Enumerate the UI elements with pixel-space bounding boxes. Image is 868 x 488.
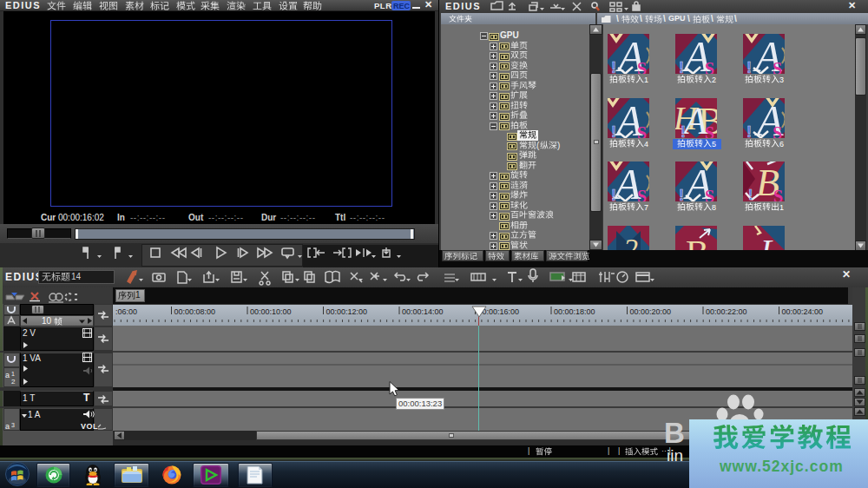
svg-text:00:00:20:00: 00:00:20:00 (630, 307, 672, 316)
svg-text:S: S (773, 59, 782, 74)
svg-text:S: S (705, 187, 714, 201)
svg-text:00:00:18:00: 00:00:18:00 (554, 307, 595, 316)
svg-text:S: S (773, 187, 783, 201)
svg-text:3: 3 (11, 422, 15, 428)
svg-text:S: S (637, 59, 647, 74)
svg-text:00:00:12:00: 00:00:12:00 (326, 307, 368, 316)
svg-text:2: 2 (623, 233, 638, 250)
svg-text:!: ! (748, 188, 753, 201)
svg-text:!: ! (611, 59, 616, 74)
svg-text:!: ! (746, 123, 752, 138)
svg-text::06:00: :06:00 (115, 307, 137, 316)
svg-text:!: ! (611, 123, 616, 138)
svg-text:00:00:14:00: 00:00:14:00 (402, 307, 444, 316)
svg-text:00:00:22:00: 00:00:22:00 (706, 307, 747, 316)
svg-text:B: B (686, 233, 709, 250)
svg-text:!: ! (679, 59, 684, 74)
svg-text:00:00:24:00: 00:00:24:00 (782, 307, 824, 316)
svg-text:a: a (5, 371, 10, 379)
svg-text:S: S (773, 123, 782, 138)
svg-text:1: 1 (11, 371, 15, 377)
svg-text:2: 2 (11, 378, 16, 386)
svg-text:!: ! (679, 187, 684, 201)
svg-text:!: ! (681, 123, 686, 138)
svg-text:L: L (760, 233, 779, 250)
svg-text:!: ! (746, 59, 752, 74)
svg-text:00:00:08:00: 00:00:08:00 (174, 307, 216, 316)
svg-text:a: a (5, 422, 10, 431)
svg-text:S: S (705, 123, 714, 138)
svg-text:S: S (637, 123, 647, 138)
svg-text:S: S (637, 187, 647, 201)
svg-text:S: S (705, 59, 714, 74)
svg-text:!: ! (611, 187, 616, 201)
svg-text:00:00:10:00: 00:00:10:00 (250, 307, 292, 316)
